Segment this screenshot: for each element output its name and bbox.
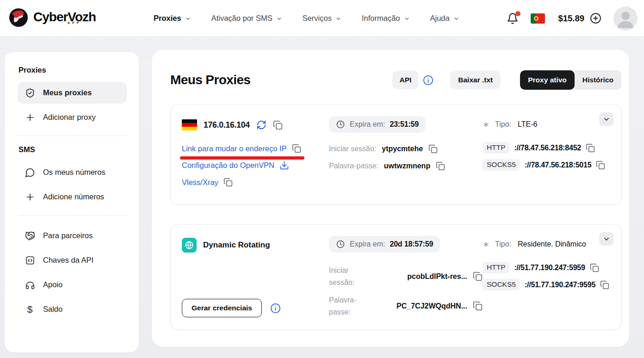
password-value: uwtwzmnenp	[384, 162, 430, 170]
asterisk-icon	[483, 121, 489, 128]
copy-login-button[interactable]	[428, 144, 438, 154]
globe-icon	[182, 238, 197, 253]
change-ip-link[interactable]: Link para mudar o endereço IP	[182, 144, 287, 153]
http-row: HTTP ://78.47.56.218:8452	[483, 142, 610, 154]
navbar-right-cluster: $15.89	[507, 0, 638, 37]
expand-card-button[interactable]	[599, 112, 613, 126]
copy-icon	[596, 160, 605, 170]
red-marker-underline	[180, 156, 304, 160]
portugal-flag-icon[interactable]	[531, 13, 545, 24]
copy-change-ip-link-button[interactable]	[292, 144, 301, 153]
chevron-down-icon	[453, 16, 459, 22]
login-row: Iniciar sessão: ytpycmtehe	[329, 144, 483, 154]
copy-password-button[interactable]	[473, 301, 483, 311]
sidebar-item-apoio[interactable]: Apoio	[18, 274, 127, 296]
api-info-button[interactable]	[423, 75, 433, 86]
nav-item-label: Proxies	[154, 14, 181, 23]
type-row: Tipo: Residente. Dinâmico	[483, 240, 610, 248]
nav-item-servicos[interactable]: Serviços	[303, 14, 341, 23]
socks-value: ://78.47.56.218:5015	[525, 161, 592, 169]
copy-icon	[223, 178, 233, 187]
top-up-button[interactable]	[590, 12, 601, 24]
nav-item-label: Ajuda	[430, 14, 450, 23]
sidebar-item-label: Para parceiros	[43, 231, 93, 240]
dollar-icon: $	[25, 304, 35, 315]
copy-vless-button[interactable]	[223, 178, 233, 187]
login-row: Iniciar sessão: pcobLdlPkt-res...	[329, 265, 483, 288]
brand-logo[interactable]: CyberVozh APP	[8, 7, 96, 27]
http-value: ://51.77.190.247:5959	[514, 264, 585, 272]
shield-check-icon	[25, 87, 35, 98]
socks-value: ://51.77.190.247:9595	[525, 281, 595, 289]
toggle-proxy-ativo[interactable]: Proxy ativo	[520, 70, 575, 90]
copy-socks-button[interactable]	[596, 160, 605, 170]
card1-middle-column: Expira em: 23:51:59 Iniciar sessão: ytpy…	[329, 116, 483, 193]
sidebar-item-adicione-numeros[interactable]: Adicione números	[18, 186, 127, 208]
copy-http-button[interactable]	[586, 143, 595, 153]
nav-item-proxies[interactable]: Proxies	[154, 14, 191, 23]
nav-item-ativacao-sms[interactable]: Ativação por SMS	[211, 14, 282, 23]
balance-amount: $15.89	[558, 13, 584, 24]
type-value: Residente. Dinâmico	[518, 240, 586, 248]
expires-value: 20d 18:57:59	[390, 240, 433, 248]
proxy-card-static: 176.0.16.104 Link para mudar o endereço …	[170, 105, 622, 205]
chevron-down-icon	[185, 16, 191, 22]
copy-icon	[473, 272, 483, 281]
handshake-icon	[25, 230, 35, 241]
sidebar-item-meus-proxies[interactable]: Meus proxies	[18, 82, 127, 104]
proxy-ip-row: 176.0.16.104	[182, 119, 329, 130]
notifications-button[interactable]	[507, 12, 519, 25]
login-value: pcobLdlPkt-res...	[372, 272, 467, 281]
main-header: Meus Proxies API Baixar .txt Proxy ativo…	[170, 70, 622, 90]
chevron-down-icon	[276, 16, 282, 22]
login-label: Iniciar sessão:	[329, 265, 372, 288]
person-icon	[613, 6, 638, 31]
sidebar-item-label: Apoio	[43, 280, 62, 289]
copy-login-button[interactable]	[473, 272, 483, 281]
sidebar-item-para-parceiros[interactable]: Para parceiros	[18, 225, 127, 247]
http-badge: HTTP	[483, 262, 509, 273]
copy-ip-button[interactable]	[273, 120, 283, 130]
sidebar-item-label: Adicionar proxy	[43, 113, 96, 122]
generate-credentials-button[interactable]: Gerar credenciais	[182, 299, 262, 317]
chevron-down-icon	[603, 235, 610, 243]
http-badge: HTTP	[483, 142, 509, 154]
top-navbar: CyberVozh APP Proxies Ativação por SMS S…	[0, 0, 644, 37]
main-panel: Meus Proxies API Baixar .txt Proxy ativo…	[152, 50, 629, 347]
expires-label: Expira em:	[350, 120, 385, 129]
chevron-down-icon	[335, 16, 341, 22]
copy-http-button[interactable]	[590, 263, 599, 272]
nav-item-informacao[interactable]: Informação	[362, 14, 410, 23]
sidebar-item-adicionar-proxy[interactable]: Adicionar proxy	[18, 106, 127, 128]
credentials-info-button[interactable]	[270, 303, 281, 314]
brand-sub: APP	[68, 21, 96, 25]
copy-password-button[interactable]	[436, 161, 445, 171]
copy-icon	[600, 280, 609, 290]
download-txt-button[interactable]: Baixar .txt	[450, 71, 501, 89]
user-avatar[interactable]	[613, 6, 638, 31]
chat-bubble-icon	[25, 167, 35, 178]
expires-pill: Expira em: 20d 18:57:59	[329, 236, 440, 253]
vless-link-row: Vless/Xray	[182, 178, 233, 187]
openvpn-config-link[interactable]: Configuração do OpenVPN	[182, 161, 274, 170]
sidebar-item-saldo[interactable]: $ Saldo	[18, 298, 127, 320]
copy-icon	[436, 161, 445, 171]
api-button[interactable]: API	[392, 71, 418, 89]
proxy-name: Dynamic Rotating	[203, 241, 270, 250]
nav-item-label: Ativação por SMS	[211, 14, 272, 23]
download-openvpn-button[interactable]	[279, 160, 289, 170]
sidebar-item-label: Os meus números	[43, 168, 105, 177]
plus-icon	[25, 112, 35, 123]
refresh-ip-button[interactable]	[256, 120, 266, 130]
expand-card-button[interactable]	[599, 232, 613, 246]
chevron-down-icon	[603, 116, 610, 123]
socks-row: SOCKS5 ://51.77.190.247:9595	[483, 279, 610, 290]
vless-xray-link[interactable]: Vless/Xray	[182, 178, 218, 187]
sidebar-item-os-meus-numeros[interactable]: Os meus números	[18, 161, 127, 183]
sidebar-item-label: Chaves da API	[43, 256, 93, 265]
toggle-historico[interactable]: Histórico	[575, 70, 621, 90]
sidebar-item-chaves-da-api[interactable]: Chaves da API	[18, 249, 127, 271]
plus-icon	[25, 191, 35, 202]
nav-item-ajuda[interactable]: Ajuda	[430, 14, 459, 23]
copy-socks-button[interactable]	[600, 280, 609, 290]
